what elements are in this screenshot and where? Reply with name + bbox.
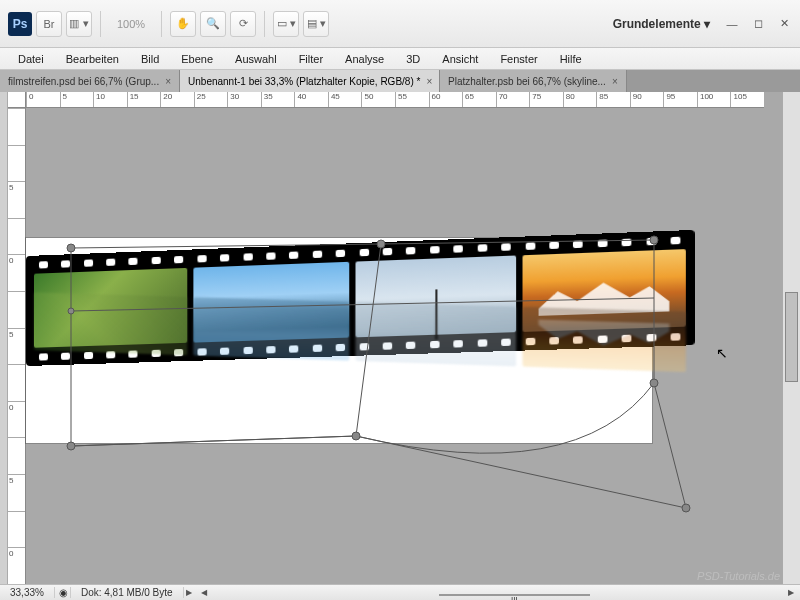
maximize-icon[interactable]: ◻ <box>750 16 766 32</box>
scrollbar-thumb[interactable]: III <box>439 594 589 596</box>
ruler-corner <box>8 92 26 108</box>
tab-label: filmstreifen.psd bei 66,7% (Grup... <box>8 76 159 87</box>
status-bar: 33,33% ◉ Dok: 4,81 MB/0 Byte ▶ ◀ III ▶ <box>0 584 800 600</box>
menu-bearbeiten[interactable]: Bearbeiten <box>56 51 129 67</box>
app-logo: Ps <box>8 12 32 36</box>
menu-fenster[interactable]: Fenster <box>490 51 547 67</box>
extras-button[interactable]: ▤ ▾ <box>303 11 329 37</box>
separator <box>100 11 101 37</box>
tool-strip <box>0 92 8 584</box>
minimize-icon[interactable]: — <box>724 16 740 32</box>
menu-datei[interactable]: Datei <box>8 51 54 67</box>
status-icon[interactable]: ◉ <box>55 587 71 598</box>
separator <box>161 11 162 37</box>
close-icon[interactable]: × <box>165 76 171 87</box>
vertical-scrollbar[interactable] <box>782 92 800 584</box>
zoom-tool-icon[interactable]: 🔍 <box>200 11 226 37</box>
svg-point-6 <box>682 504 690 512</box>
zoom-level[interactable]: 100% <box>109 18 153 30</box>
separator <box>264 11 265 37</box>
workspace-switcher[interactable]: Grundelemente ▾ <box>609 17 714 31</box>
main-area: 0510152025303540455055606570758085909510… <box>0 92 800 584</box>
close-icon[interactable]: × <box>426 76 432 87</box>
menu-3d[interactable]: 3D <box>396 51 430 67</box>
status-zoom[interactable]: 33,33% <box>0 587 55 598</box>
tab-label: Unbenannt-1 bei 33,3% (Platzhalter Kopie… <box>188 76 420 87</box>
menu-hilfe[interactable]: Hilfe <box>550 51 592 67</box>
tab-label: Platzhalter.psb bei 66,7% (skyline... <box>448 76 606 87</box>
scrollbar-thumb[interactable] <box>785 292 798 382</box>
status-menu-arrow[interactable]: ▶ <box>184 588 198 597</box>
doc-tab-2[interactable]: Unbenannt-1 bei 33,3% (Platzhalter Kopie… <box>180 70 440 92</box>
svg-point-5 <box>67 442 75 450</box>
doc-tab-1[interactable]: filmstreifen.psd bei 66,7% (Grup...× <box>0 70 180 92</box>
canvas-viewport[interactable]: ↖ <box>26 108 764 584</box>
menu-ebene[interactable]: Ebene <box>171 51 223 67</box>
menu-bar: Datei Bearbeiten Bild Ebene Auswahl Filt… <box>0 48 800 70</box>
menu-auswahl[interactable]: Auswahl <box>225 51 287 67</box>
hand-tool-icon[interactable]: ✋ <box>170 11 196 37</box>
canvas-area[interactable]: 0510152025303540455055606570758085909510… <box>8 92 782 584</box>
mouse-cursor: ↖ <box>716 345 728 361</box>
screen-mode-button[interactable]: ▭ ▾ <box>273 11 299 37</box>
menu-filter[interactable]: Filter <box>289 51 333 67</box>
status-doc-size[interactable]: Dok: 4,81 MB/0 Byte <box>71 587 184 598</box>
menu-bild[interactable]: Bild <box>131 51 169 67</box>
scroll-right-arrow[interactable]: ▶ <box>786 588 800 597</box>
rotate-view-icon[interactable]: ⟳ <box>230 11 256 37</box>
workspace-label: Grundelemente <box>613 17 701 31</box>
scroll-left-arrow[interactable]: ◀ <box>199 588 213 597</box>
close-icon[interactable]: ✕ <box>776 16 792 32</box>
document-tab-bar: filmstreifen.psd bei 66,7% (Grup...× Unb… <box>0 70 800 92</box>
menu-ansicht[interactable]: Ansicht <box>432 51 488 67</box>
close-icon[interactable]: × <box>612 76 618 87</box>
bridge-button[interactable]: Br <box>36 11 62 37</box>
horizontal-ruler: 0510152025303540455055606570758085909510… <box>26 92 764 108</box>
menu-analyse[interactable]: Analyse <box>335 51 394 67</box>
vertical-ruler: 505050 <box>8 108 26 584</box>
doc-tab-3[interactable]: Platzhalter.psb bei 66,7% (skyline...× <box>440 70 627 92</box>
title-bar: Ps Br ▥ ▾ 100% ✋ 🔍 ⟳ ▭ ▾ ▤ ▾ Grundelemen… <box>0 0 800 48</box>
arrange-button[interactable]: ▥ ▾ <box>66 11 92 37</box>
